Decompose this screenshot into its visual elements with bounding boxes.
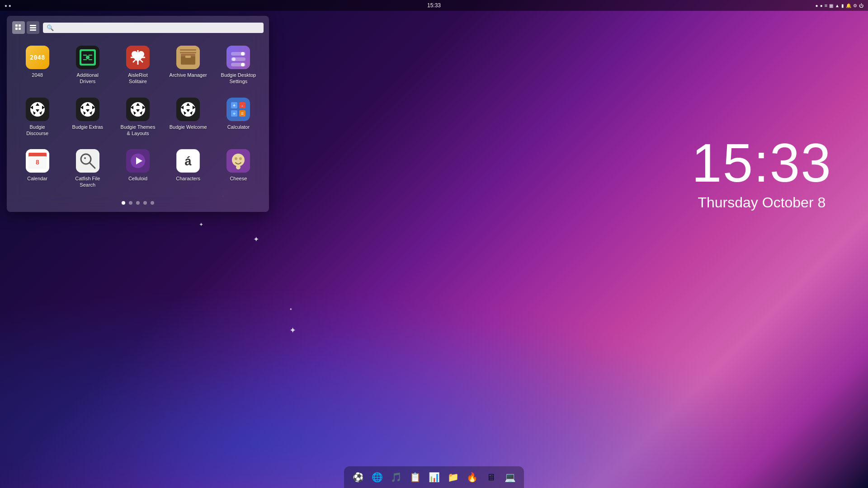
page-dot-2[interactable] [129, 201, 132, 205]
app-item-budgie-discourse[interactable]: Budgie Discourse [14, 93, 61, 141]
taskbar-icon-music[interactable]: 🎵 [387, 469, 405, 486]
app-label-budgie-discourse: Budgie Discourse [18, 124, 57, 137]
desktop-clock-time: 15:33 [692, 136, 832, 190]
search-icon: 🔍 [47, 24, 54, 31]
app-item-budgie-themes[interactable]: Budgie Themes & Layouts [114, 93, 161, 141]
app-label-budgie-settings: Budgie Desktop Settings [219, 72, 258, 85]
app-item-calendar[interactable]: 8 Calendar [14, 145, 61, 193]
app-item-budgie-extras[interactable]: Budgie Extras [64, 93, 111, 141]
panel-indicator-dots: ● ● [5, 3, 11, 8]
taskbar-icon-files[interactable]: 📁 [444, 469, 462, 486]
taskbar-icon-soccer[interactable]: ⚽ [349, 469, 367, 486]
app-label-celluloid: Celluloid [128, 175, 147, 182]
svg-text:-: - [242, 103, 243, 108]
top-panel-left: ● ● [5, 3, 11, 8]
svg-rect-21 [180, 49, 196, 51]
taskbar: ⚽ 🌐 🎵 📋 📊 📁 🔥 🖥 💻 [344, 466, 524, 488]
svg-rect-11 [89, 55, 92, 56]
svg-point-26 [232, 57, 236, 61]
app-icon-characters: á [176, 149, 200, 173]
search-input[interactable] [57, 24, 260, 31]
page-dot-5[interactable] [151, 201, 154, 205]
app-item-budgie-welcome[interactable]: Budgie Welcome [165, 93, 212, 141]
panel-icon-settings[interactable]: ⚙ [853, 3, 857, 8]
app-item-characters[interactable]: á Characters [165, 145, 212, 193]
taskbar-icon-table[interactable]: 📊 [425, 469, 443, 486]
app-icon-additional-drivers [76, 46, 99, 69]
taskbar-icon-terminal[interactable]: 🖥 [482, 469, 500, 486]
desktop-clock-date: Thursday October 8 [692, 194, 832, 211]
app-item-catfish[interactable]: Catfish File Search [64, 145, 111, 193]
app-item-additional-drivers[interactable]: Additional Drivers [64, 41, 111, 89]
app-label-additional-drivers: Additional Drivers [68, 72, 107, 85]
panel-icon-battery: ▮ [841, 3, 844, 8]
app-icon-celluloid [126, 149, 150, 173]
app-item-archive-manager[interactable]: Archive Manager [165, 41, 212, 89]
svg-text:8: 8 [36, 159, 39, 166]
app-item-celluloid[interactable]: Celluloid [114, 145, 161, 193]
taskbar-icon-fire[interactable]: 🔥 [463, 469, 481, 486]
app-label-calculator: Calculator [227, 124, 250, 130]
svg-text:á: á [185, 155, 192, 168]
top-panel-right: ● ● ≡ ▦ ▲ ▮ 🔔 ⚙ ⏻ [816, 3, 863, 8]
app-icon-2048: 2048 [26, 46, 49, 69]
desktop-wave-overlay [0, 262, 868, 488]
app-icon-cheese [226, 149, 250, 173]
svg-text:÷: ÷ [233, 111, 236, 116]
svg-rect-3 [19, 28, 21, 30]
svg-rect-1 [19, 24, 21, 27]
panel-icon-record: ● [816, 3, 818, 8]
svg-rect-5 [30, 27, 36, 28]
app-label-aisleriot: AisleRiot Solitaire [118, 72, 157, 85]
panel-clock: 15:33 [427, 2, 441, 9]
app-launcher: 🔍 2048 2048 [7, 16, 269, 212]
svg-point-14 [86, 56, 90, 59]
svg-point-24 [241, 52, 245, 56]
panel-icon-wifi[interactable]: ▲ [835, 3, 840, 8]
app-label-catfish: Catfish File Search [68, 175, 107, 188]
app-item-cheese[interactable]: Cheese [215, 145, 262, 193]
taskbar-icon-code[interactable]: 💻 [501, 469, 519, 486]
page-dot-3[interactable] [136, 201, 140, 205]
app-icon-archive-manager [176, 46, 200, 69]
app-icon-budgie-discourse [26, 98, 49, 121]
panel-icon-bell[interactable]: 🔔 [846, 3, 851, 8]
app-item-calculator[interactable]: + - ÷ = Calculator [215, 93, 262, 141]
svg-rect-0 [15, 24, 18, 27]
app-label-archive-manager: Archive Manager [170, 72, 207, 78]
panel-icon-power[interactable]: ⏻ [859, 3, 863, 8]
list-view-button[interactable] [27, 21, 39, 34]
taskbar-icon-notes[interactable]: 📋 [406, 469, 424, 486]
desktop-clock: 15:33 Thursday October 8 [692, 136, 832, 211]
budgie-discourse-svg [26, 98, 49, 121]
app-item-budgie-settings[interactable]: Budgie Desktop Settings [215, 41, 262, 89]
svg-rect-12 [83, 59, 87, 60]
svg-point-87 [236, 165, 241, 169]
page-dot-1[interactable] [122, 201, 125, 205]
svg-point-85 [235, 157, 237, 160]
app-label-2048: 2048 [32, 72, 42, 78]
app-label-budgie-extras: Budgie Extras [72, 124, 103, 130]
search-bar[interactable]: 🔍 [43, 23, 264, 33]
svg-rect-10 [83, 55, 87, 56]
app-icon-budgie-extras [76, 98, 99, 121]
svg-rect-6 [30, 29, 36, 31]
svg-rect-2 [15, 28, 18, 30]
app-icon-calculator: + - ÷ = [226, 98, 250, 121]
app-label-budgie-themes: Budgie Themes & Layouts [118, 124, 157, 137]
app-item-2048[interactable]: 2048 2048 [14, 41, 61, 89]
app-icon-catfish [76, 149, 99, 173]
app-label-cheese: Cheese [230, 175, 247, 182]
page-dot-4[interactable] [143, 201, 147, 205]
app-icon-aisleriot [126, 46, 150, 69]
app-icon-budgie-settings [226, 46, 250, 69]
panel-icon-hamburger[interactable]: ≡ [825, 3, 827, 8]
svg-point-77 [84, 157, 86, 159]
svg-text:+: + [233, 103, 236, 108]
page-dots [12, 201, 264, 206]
app-item-aisleriot[interactable]: AisleRiot Solitaire [114, 41, 161, 89]
grid-view-button[interactable] [12, 21, 25, 34]
svg-rect-13 [89, 59, 92, 60]
app-icon-calendar: 8 [26, 149, 49, 173]
taskbar-icon-globe[interactable]: 🌐 [368, 469, 386, 486]
